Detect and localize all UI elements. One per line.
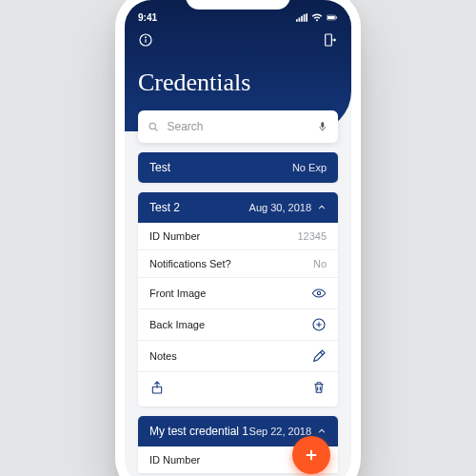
edit-icon	[311, 348, 327, 364]
detail-label: Notifications Set?	[149, 258, 231, 269]
chevron-up-icon	[317, 203, 327, 212]
battery-icon	[327, 13, 338, 22]
svg-rect-2	[336, 16, 337, 18]
status-icons	[296, 13, 338, 22]
card-meta: No Exp	[292, 162, 327, 173]
chevron-up-icon	[317, 426, 327, 436]
detail-value: No	[313, 258, 327, 269]
status-time: 9:41	[138, 12, 157, 23]
mic-icon[interactable]	[317, 120, 328, 133]
logout-icon[interactable]	[323, 32, 338, 51]
svg-rect-1	[327, 16, 335, 19]
detail-label: ID Number	[149, 230, 200, 242]
detail-front-image[interactable]: Front Image	[138, 278, 338, 309]
credential-list: Test No Exp Test 2 Aug 30, 2018 ID Numbe…	[125, 143, 351, 473]
card-meta: Aug 30, 2018	[249, 202, 311, 213]
signal-icon	[296, 13, 307, 22]
credential-card: Test No Exp	[138, 152, 338, 183]
card-name: Test 2	[149, 201, 180, 214]
svg-point-11	[317, 291, 320, 294]
card-header-test[interactable]: Test No Exp	[138, 152, 338, 183]
detail-notifications[interactable]: Notifications Set? No	[138, 250, 338, 278]
wifi-icon	[311, 13, 323, 22]
delete-button[interactable]	[311, 380, 327, 399]
top-toolbar	[138, 32, 338, 51]
svg-rect-6	[326, 34, 332, 46]
page-title: Credentials	[138, 69, 338, 97]
detail-value: 12345	[297, 230, 327, 242]
detail-label: Back Image	[149, 319, 205, 330]
card-name: My test credential 1	[149, 425, 248, 438]
svg-rect-9	[322, 122, 325, 128]
phone-notch	[186, 0, 290, 10]
info-icon[interactable]	[138, 32, 153, 51]
search-input[interactable]	[167, 120, 309, 133]
search-bar[interactable]	[138, 110, 338, 143]
screen: 9:41 Credentials	[125, 0, 351, 476]
add-circle-icon	[311, 317, 327, 332]
status-bar: 9:41	[138, 8, 338, 27]
svg-point-7	[149, 123, 155, 129]
search-icon	[148, 121, 159, 133]
share-button[interactable]	[149, 380, 165, 399]
svg-line-8	[155, 129, 158, 131]
card-actions	[138, 372, 338, 407]
detail-back-image[interactable]: Back Image	[138, 309, 338, 341]
detail-label: Front Image	[149, 288, 206, 299]
card-meta: Sep 22, 2018	[249, 426, 311, 437]
eye-icon	[311, 286, 327, 301]
detail-label: Notes	[149, 350, 177, 362]
card-name: Test	[149, 161, 170, 174]
detail-notes[interactable]: Notes	[138, 341, 338, 372]
detail-label: ID Number	[149, 454, 200, 466]
svg-point-5	[146, 37, 147, 38]
phone-frame: 9:41 Credentials	[115, 0, 361, 476]
credential-card-expanded: Test 2 Aug 30, 2018 ID Number 12345 Noti…	[138, 192, 338, 407]
detail-id-number[interactable]: ID Number 12345	[138, 223, 338, 250]
fab-add-button[interactable]	[292, 436, 330, 474]
card-header-test2[interactable]: Test 2 Aug 30, 2018	[138, 192, 338, 223]
